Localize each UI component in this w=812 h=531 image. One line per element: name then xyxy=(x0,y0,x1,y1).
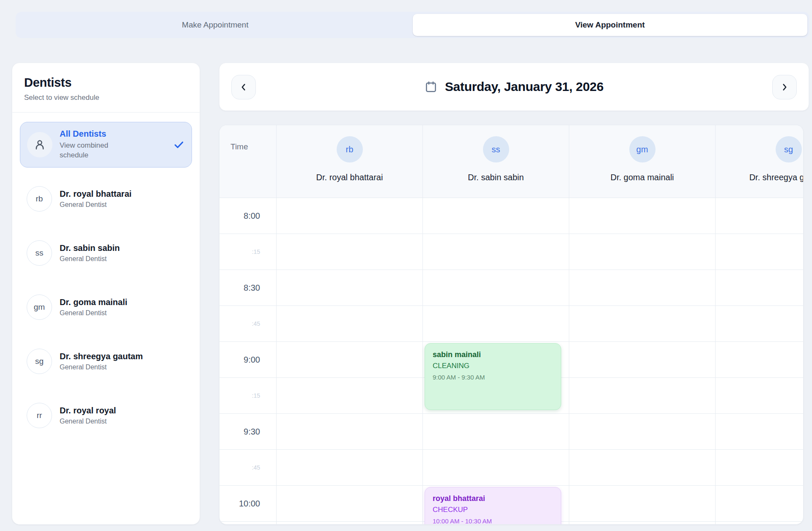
schedule-cell[interactable] xyxy=(715,306,804,341)
schedule-cell[interactable] xyxy=(276,450,422,485)
time-label-cell: 10:00 xyxy=(219,486,276,521)
time-label: 8:30 xyxy=(244,283,260,293)
sidebar-item-dentist[interactable]: rr Dr. royal royal General Dentist xyxy=(20,396,192,435)
dentist-column-avatar: rb xyxy=(337,136,363,162)
appointment-card[interactable]: royal bhattarai CHECKUP 10:00 AM - 10:30… xyxy=(425,487,561,525)
sidebar-item-all-dentists[interactable]: All Dentists View combined schedule xyxy=(20,122,192,168)
schedule-cell[interactable] xyxy=(715,234,804,270)
sidebar-item-dentist[interactable]: rb Dr. royal bhattarai General Dentist xyxy=(20,179,192,218)
dentist-role: General Dentist xyxy=(60,363,143,371)
calendar-icon xyxy=(425,80,437,93)
time-label: :45 xyxy=(252,320,260,327)
schedule-cell[interactable] xyxy=(569,234,715,270)
dentist-column-header: sg Dr. shreegya gautam xyxy=(715,125,804,198)
schedule-cell[interactable] xyxy=(276,306,422,341)
schedule-cell[interactable] xyxy=(422,414,569,449)
schedule-cell[interactable] xyxy=(569,306,715,341)
schedule-cell[interactable] xyxy=(276,198,422,234)
schedule-cell[interactable] xyxy=(715,378,804,413)
schedule-cell[interactable] xyxy=(569,450,715,485)
appointment-time: 9:00 AM - 9:30 AM xyxy=(433,374,553,381)
dentist-text: Dr. goma mainali General Dentist xyxy=(60,297,127,317)
time-label-cell: 9:00 xyxy=(219,342,276,377)
schedule-cell[interactable] xyxy=(422,270,569,305)
next-day-button[interactable] xyxy=(772,75,797,99)
time-label-cell: :15 xyxy=(219,234,276,270)
date-navigation: Saturday, January 31, 2026 xyxy=(219,63,809,111)
schedule-cell[interactable] xyxy=(276,378,422,413)
dentist-role: General Dentist xyxy=(60,255,120,263)
dentist-avatar: ss xyxy=(27,240,52,266)
schedule-cell[interactable] xyxy=(569,522,715,525)
dentist-column-name: Dr. shreegya gautam xyxy=(749,173,804,182)
appointment-card[interactable]: sabin mainali CLEANING 9:00 AM - 9:30 AM xyxy=(425,343,561,410)
schedule-cell[interactable] xyxy=(715,342,804,377)
dentist-column-header: ss Dr. sabin sabin xyxy=(422,125,569,198)
time-label: 10:00 xyxy=(239,499,260,509)
schedule-cell[interactable] xyxy=(276,414,422,449)
time-row: :45 xyxy=(219,306,804,342)
schedule-cell[interactable] xyxy=(715,270,804,305)
all-dentists-avatar xyxy=(27,132,52,157)
schedule-cell[interactable] xyxy=(422,234,569,270)
schedule-cell[interactable] xyxy=(276,486,422,521)
schedule-cell[interactable] xyxy=(715,414,804,449)
date-label: Saturday, January 31, 2026 xyxy=(445,80,604,94)
time-label: 9:30 xyxy=(244,427,260,437)
dentists-sidebar: Dentists Select to view schedule All Den… xyxy=(12,63,200,525)
schedule-cell[interactable] xyxy=(569,486,715,521)
dentist-column-avatar: sg xyxy=(776,136,802,162)
sidebar-item-dentist[interactable]: ss Dr. sabin sabin General Dentist xyxy=(20,234,192,272)
schedule-cell[interactable] xyxy=(422,450,569,485)
schedule-cell[interactable] xyxy=(276,270,422,305)
dentist-column-avatar: gm xyxy=(629,136,656,162)
schedule-cell[interactable] xyxy=(715,522,804,525)
dentist-name: Dr. royal royal xyxy=(60,406,116,415)
dentist-text: Dr. royal royal General Dentist xyxy=(60,406,116,425)
schedule-cell[interactable] xyxy=(422,306,569,341)
schedule-cell[interactable] xyxy=(569,270,715,305)
dentist-role: General Dentist xyxy=(60,201,132,209)
previous-day-button[interactable] xyxy=(231,75,256,99)
sidebar-item-dentist[interactable]: sg Dr. shreegya gautam General Dentist xyxy=(20,342,192,381)
tab-view-appointment[interactable]: View Appointment xyxy=(413,14,808,36)
dentist-avatar: gm xyxy=(27,294,52,320)
schedule-cell[interactable] xyxy=(569,198,715,234)
time-label: :15 xyxy=(252,248,260,255)
time-label: 9:00 xyxy=(244,355,260,365)
schedule-cell[interactable] xyxy=(422,198,569,234)
schedule-header-row: Time rb Dr. royal bhattarai ss Dr. sabin… xyxy=(219,125,804,198)
sidebar-subtitle: Select to view schedule xyxy=(24,94,188,102)
time-row: 8:00 xyxy=(219,198,804,234)
dentist-avatar: sg xyxy=(27,349,52,374)
time-label-cell: 8:00 xyxy=(219,198,276,234)
appointment-type: CHECKUP xyxy=(433,505,553,514)
current-date: Saturday, January 31, 2026 xyxy=(219,80,809,94)
dentist-text: Dr. royal bhattarai General Dentist xyxy=(60,189,132,209)
sidebar-item-dentist[interactable]: gm Dr. goma mainali General Dentist xyxy=(20,288,192,327)
dentist-column-name: Dr. sabin sabin xyxy=(468,173,524,182)
appointment-patient: sabin mainali xyxy=(433,350,553,360)
dentist-column-header: gm Dr. goma mainali xyxy=(569,125,715,198)
dentist-column-avatar: ss xyxy=(483,136,509,162)
appointment-mode-tabs: Make Appointment View Appointment xyxy=(16,12,809,38)
schedule-cell[interactable] xyxy=(715,198,804,234)
tab-make-appointment[interactable]: Make Appointment xyxy=(18,14,413,36)
schedule-cell[interactable] xyxy=(715,450,804,485)
schedule-cell[interactable] xyxy=(715,486,804,521)
dentist-list: All Dentists View combined schedule rb D… xyxy=(12,113,200,444)
schedule-cell[interactable] xyxy=(569,342,715,377)
time-label-cell: 9:30 xyxy=(219,414,276,449)
all-dentists-text: All Dentists View combined schedule xyxy=(60,129,166,160)
dentist-role: General Dentist xyxy=(60,309,127,317)
schedule-cell[interactable] xyxy=(276,234,422,270)
time-row: 9:30 xyxy=(219,414,804,450)
time-label: 8:00 xyxy=(244,211,260,221)
time-label-cell: :15 xyxy=(219,522,276,525)
schedule-cell[interactable] xyxy=(569,414,715,449)
chevron-right-icon xyxy=(780,83,789,92)
schedule-cell[interactable] xyxy=(569,378,715,413)
dentist-role: General Dentist xyxy=(60,418,116,425)
schedule-cell[interactable] xyxy=(276,342,422,377)
schedule-cell[interactable] xyxy=(276,522,422,525)
